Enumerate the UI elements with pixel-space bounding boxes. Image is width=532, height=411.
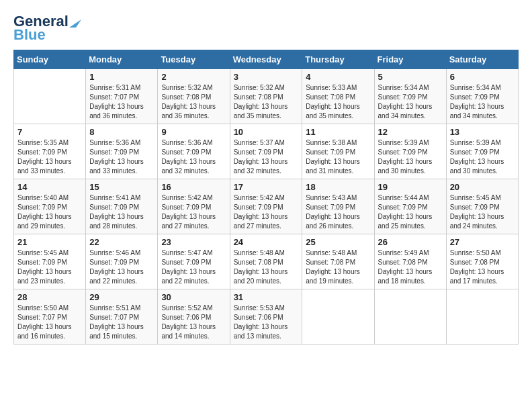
calendar-cell: 27Sunrise: 5:50 AMSunset: 7:08 PMDayligh… (446, 234, 518, 289)
day-info: Sunrise: 5:47 AMSunset: 7:09 PMDaylight:… (161, 248, 226, 286)
calendar-cell: 16Sunrise: 5:42 AMSunset: 7:09 PMDayligh… (158, 179, 230, 234)
day-of-week-header: Sunday (14, 50, 86, 69)
calendar-cell: 4Sunrise: 5:33 AMSunset: 7:08 PMDaylight… (302, 69, 374, 124)
calendar-cell: 24Sunrise: 5:48 AMSunset: 7:08 PMDayligh… (230, 234, 302, 289)
page-header: General Blue (13, 13, 519, 43)
day-info: Sunrise: 5:33 AMSunset: 7:08 PMDaylight:… (306, 83, 370, 121)
day-number: 5 (378, 72, 443, 82)
day-number: 24 (234, 237, 299, 247)
calendar-cell: 10Sunrise: 5:37 AMSunset: 7:09 PMDayligh… (230, 124, 302, 179)
day-info: Sunrise: 5:31 AMSunset: 7:07 PMDaylight:… (89, 83, 154, 121)
day-info: Sunrise: 5:46 AMSunset: 7:09 PMDaylight:… (89, 248, 154, 286)
day-number: 25 (306, 237, 370, 247)
calendar-cell (446, 289, 518, 345)
calendar-table: SundayMondayTuesdayWednesdayThursdayFrid… (13, 50, 519, 345)
svg-marker-0 (69, 19, 81, 28)
calendar-cell: 23Sunrise: 5:47 AMSunset: 7:09 PMDayligh… (158, 234, 230, 289)
calendar-cell: 30Sunrise: 5:52 AMSunset: 7:06 PMDayligh… (158, 289, 230, 345)
calendar-week-row: 1Sunrise: 5:31 AMSunset: 7:07 PMDaylight… (14, 69, 519, 124)
calendar-cell: 20Sunrise: 5:45 AMSunset: 7:09 PMDayligh… (446, 179, 518, 234)
logo-bird-icon (69, 13, 81, 28)
day-info: Sunrise: 5:39 AMSunset: 7:09 PMDaylight:… (378, 138, 443, 176)
calendar-week-row: 28Sunrise: 5:50 AMSunset: 7:07 PMDayligh… (14, 289, 519, 345)
calendar-cell: 18Sunrise: 5:43 AMSunset: 7:09 PMDayligh… (302, 179, 374, 234)
day-number: 7 (17, 127, 82, 137)
day-number: 11 (306, 127, 370, 137)
day-of-week-header: Tuesday (158, 50, 230, 69)
day-number: 13 (450, 127, 515, 137)
day-number: 10 (234, 127, 299, 137)
day-number: 18 (306, 182, 370, 192)
day-info: Sunrise: 5:48 AMSunset: 7:08 PMDaylight:… (234, 248, 299, 286)
day-info: Sunrise: 5:52 AMSunset: 7:06 PMDaylight:… (161, 304, 226, 341)
day-number: 28 (17, 292, 82, 302)
day-number: 19 (378, 182, 443, 192)
day-info: Sunrise: 5:48 AMSunset: 7:08 PMDaylight:… (306, 248, 370, 286)
calendar-cell (374, 289, 446, 345)
day-info: Sunrise: 5:44 AMSunset: 7:09 PMDaylight:… (378, 193, 443, 231)
day-number: 3 (234, 72, 299, 82)
day-info: Sunrise: 5:32 AMSunset: 7:08 PMDaylight:… (234, 83, 299, 121)
day-info: Sunrise: 5:42 AMSunset: 7:09 PMDaylight:… (234, 193, 299, 231)
day-number: 26 (378, 237, 443, 247)
day-number: 9 (161, 127, 226, 137)
day-number: 2 (161, 72, 226, 82)
calendar-cell: 22Sunrise: 5:46 AMSunset: 7:09 PMDayligh… (86, 234, 158, 289)
calendar-cell: 7Sunrise: 5:35 AMSunset: 7:09 PMDaylight… (14, 124, 86, 179)
calendar-cell: 28Sunrise: 5:50 AMSunset: 7:07 PMDayligh… (14, 289, 86, 345)
day-info: Sunrise: 5:51 AMSunset: 7:07 PMDaylight:… (89, 304, 154, 341)
day-number: 12 (378, 127, 443, 137)
day-of-week-header: Wednesday (230, 50, 302, 69)
day-info: Sunrise: 5:37 AMSunset: 7:09 PMDaylight:… (234, 138, 299, 176)
calendar-cell: 8Sunrise: 5:36 AMSunset: 7:09 PMDaylight… (86, 124, 158, 179)
calendar-cell: 9Sunrise: 5:36 AMSunset: 7:09 PMDaylight… (158, 124, 230, 179)
calendar-cell: 5Sunrise: 5:34 AMSunset: 7:09 PMDaylight… (374, 69, 446, 124)
day-number: 6 (450, 72, 515, 82)
day-number: 29 (89, 292, 154, 302)
calendar-cell: 3Sunrise: 5:32 AMSunset: 7:08 PMDaylight… (230, 69, 302, 124)
day-info: Sunrise: 5:39 AMSunset: 7:09 PMDaylight:… (450, 138, 515, 176)
day-info: Sunrise: 5:50 AMSunset: 7:07 PMDaylight:… (17, 304, 82, 341)
calendar-cell: 15Sunrise: 5:41 AMSunset: 7:09 PMDayligh… (86, 179, 158, 234)
day-info: Sunrise: 5:34 AMSunset: 7:09 PMDaylight:… (378, 83, 443, 121)
day-info: Sunrise: 5:38 AMSunset: 7:09 PMDaylight:… (306, 138, 370, 176)
day-info: Sunrise: 5:34 AMSunset: 7:09 PMDaylight:… (450, 83, 515, 121)
day-of-week-header: Thursday (302, 50, 374, 69)
day-number: 31 (234, 292, 299, 302)
day-info: Sunrise: 5:42 AMSunset: 7:09 PMDaylight:… (161, 193, 226, 231)
day-info: Sunrise: 5:36 AMSunset: 7:09 PMDaylight:… (89, 138, 154, 176)
day-of-week-header: Monday (86, 50, 158, 69)
calendar-cell: 12Sunrise: 5:39 AMSunset: 7:09 PMDayligh… (374, 124, 446, 179)
calendar-cell (302, 289, 374, 345)
day-info: Sunrise: 5:53 AMSunset: 7:06 PMDaylight:… (234, 304, 299, 341)
day-info: Sunrise: 5:35 AMSunset: 7:09 PMDaylight:… (17, 138, 82, 176)
day-info: Sunrise: 5:49 AMSunset: 7:08 PMDaylight:… (378, 248, 443, 286)
calendar-cell: 14Sunrise: 5:40 AMSunset: 7:09 PMDayligh… (14, 179, 86, 234)
calendar-week-row: 21Sunrise: 5:45 AMSunset: 7:09 PMDayligh… (14, 234, 519, 289)
day-number: 16 (161, 182, 226, 192)
calendar-cell: 11Sunrise: 5:38 AMSunset: 7:09 PMDayligh… (302, 124, 374, 179)
day-number: 1 (89, 72, 154, 82)
calendar-cell: 31Sunrise: 5:53 AMSunset: 7:06 PMDayligh… (230, 289, 302, 345)
calendar-cell: 6Sunrise: 5:34 AMSunset: 7:09 PMDaylight… (446, 69, 518, 124)
calendar-cell: 17Sunrise: 5:42 AMSunset: 7:09 PMDayligh… (230, 179, 302, 234)
day-number: 14 (17, 182, 82, 192)
day-number: 30 (161, 292, 226, 302)
calendar-cell: 25Sunrise: 5:48 AMSunset: 7:08 PMDayligh… (302, 234, 374, 289)
day-number: 4 (306, 72, 370, 82)
calendar-week-row: 7Sunrise: 5:35 AMSunset: 7:09 PMDaylight… (14, 124, 519, 179)
day-info: Sunrise: 5:50 AMSunset: 7:08 PMDaylight:… (450, 248, 515, 286)
day-number: 17 (234, 182, 299, 192)
logo: General Blue (13, 13, 81, 43)
day-number: 8 (89, 127, 154, 137)
day-number: 21 (17, 237, 82, 247)
calendar-cell: 2Sunrise: 5:32 AMSunset: 7:08 PMDaylight… (158, 69, 230, 124)
calendar-cell: 1Sunrise: 5:31 AMSunset: 7:07 PMDaylight… (86, 69, 158, 124)
calendar-cell: 29Sunrise: 5:51 AMSunset: 7:07 PMDayligh… (86, 289, 158, 345)
day-info: Sunrise: 5:40 AMSunset: 7:09 PMDaylight:… (17, 193, 82, 231)
day-number: 20 (450, 182, 515, 192)
calendar-cell (14, 69, 86, 124)
calendar-cell: 26Sunrise: 5:49 AMSunset: 7:08 PMDayligh… (374, 234, 446, 289)
calendar-cell: 13Sunrise: 5:39 AMSunset: 7:09 PMDayligh… (446, 124, 518, 179)
day-info: Sunrise: 5:32 AMSunset: 7:08 PMDaylight:… (161, 83, 226, 121)
